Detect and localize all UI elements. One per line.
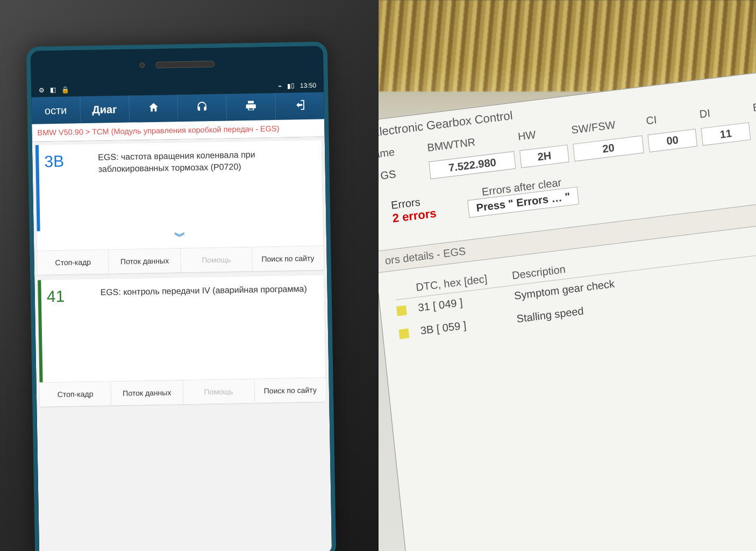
fault-description: EGS: частота вращения коленвала при забл… [98, 148, 314, 223]
data-stream-button[interactable]: Поток данных [109, 249, 181, 273]
battery-icon: ▮▯ [287, 82, 295, 89]
fault-code: 41 [46, 287, 80, 375]
gear-icon: ⚙ [39, 86, 45, 94]
printer-icon [245, 100, 257, 114]
help-button: Помощь [183, 379, 255, 404]
severity-stripe [35, 145, 40, 231]
bluetooth-icon: ⌁ [278, 82, 282, 90]
speaker-icon [155, 61, 215, 68]
fault-card-3b[interactable]: 3B EGS: частота вращения коленвала при з… [35, 140, 324, 274]
search-button[interactable]: Поиск по сайту [254, 378, 326, 402]
value-bmwtnr: 7.522.980 [429, 151, 516, 179]
pc-photo: Electronic Gearbox Control ame BMWTNR HW… [379, 0, 756, 551]
fault-card-41[interactable]: 41 EGS: контроль передачи IV (аварийная … [38, 275, 326, 406]
severity-stripe [38, 280, 42, 383]
fault-code: 3B [44, 152, 77, 223]
apps-icon: ◧ [50, 86, 56, 94]
chevron-down-icon: ︾ [174, 230, 186, 243]
data-stream-button[interactable]: Поток данных [111, 380, 183, 405]
desktop-wallpaper [379, 0, 756, 91]
value-swfsw: 20 [573, 136, 644, 162]
diagnostic-window: Electronic Gearbox Control ame BMWTNR HW… [379, 70, 756, 551]
label-name: ame [379, 143, 423, 161]
search-button[interactable]: Поиск по сайту [252, 246, 324, 271]
home-button[interactable] [129, 95, 179, 123]
print-button[interactable] [227, 93, 276, 121]
home-icon [147, 101, 159, 116]
label-hw: HW [517, 125, 567, 143]
tablet-device: ⚙ ◧ 🔒 ⌁ ▮▯ 13:50 ости Диаг [26, 41, 337, 551]
nav-tab-1[interactable]: ости [31, 96, 81, 124]
exit-button[interactable] [275, 92, 324, 120]
label-di: DI [699, 102, 748, 121]
clock-text: 13:50 [300, 82, 316, 90]
label-ci: CI [645, 109, 695, 128]
headset-icon [196, 101, 208, 115]
help-button: Помощь [181, 248, 253, 272]
value-hw: 2H [519, 145, 569, 168]
lock-icon: 🔒 [61, 86, 69, 94]
fault-list[interactable]: 3B EGS: частота вращения коленвала при з… [32, 137, 332, 551]
exit-icon [294, 98, 305, 113]
status-square-icon [396, 305, 407, 316]
status-square-icon [399, 328, 410, 339]
value-di: 11 [701, 122, 751, 146]
card-toolbar: Стоп-кадр Поток данных Помощь Поиск по с… [40, 377, 326, 406]
freeze-frame-button[interactable]: Стоп-кадр [40, 382, 112, 406]
freeze-frame-button[interactable]: Стоп-кадр [37, 250, 109, 274]
label-bi: BI [752, 96, 756, 114]
value-name: GS [379, 163, 425, 186]
tablet-photo: ⚙ ◧ 🔒 ⌁ ▮▯ 13:50 ости Диаг [0, 0, 379, 551]
camera-icon [139, 62, 145, 68]
nav-tab-diag[interactable]: Диаг [80, 96, 130, 124]
card-toolbar: Стоп-кадр Поток данных Помощь Поиск по с… [37, 245, 324, 274]
support-button[interactable] [178, 94, 227, 122]
tablet-bezel [31, 46, 324, 83]
value-ci: 00 [647, 129, 697, 152]
fault-description: EGS: контроль передачи IV (аварийная про… [100, 283, 317, 374]
